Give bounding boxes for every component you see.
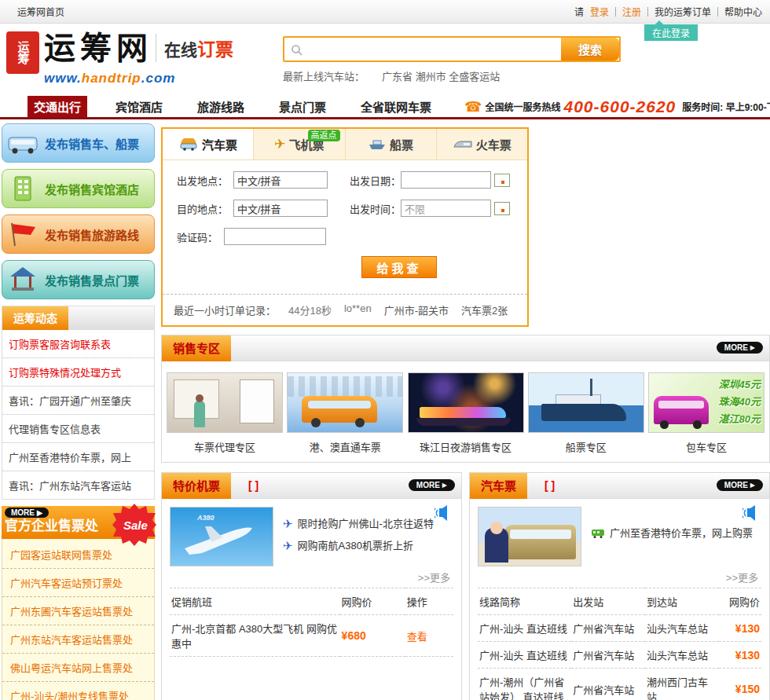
sales-card-hk-macau-bus[interactable]: 港、澳直通车票 [287, 372, 403, 454]
destination-input[interactable] [233, 200, 328, 217]
speaker-icon [434, 505, 453, 521]
more-button[interactable]: MORE ▶ [717, 479, 763, 491]
bus-tab-icon [178, 138, 199, 151]
publish-attraction-tickets-button[interactable]: 发布销售景点门票 [2, 260, 155, 299]
my-orders-link[interactable]: 我的运筹订单 [654, 5, 711, 18]
hotline-label: 全国统一服务热线 [486, 100, 561, 113]
calendar-icon[interactable] [494, 202, 510, 215]
search-button[interactable]: 搜索 [561, 38, 619, 60]
route-price: ¥130 [719, 615, 761, 642]
divider [647, 7, 648, 16]
office-item[interactable]: 广州东站汽车客运站售票处 [2, 625, 154, 654]
publish-tour-route-button[interactable]: 发布销售旅游路线 [2, 214, 155, 254]
flight-price: ¥680 [340, 615, 405, 657]
url-tld: .com [141, 71, 176, 86]
card-caption: 港、澳直通车票 [287, 439, 403, 454]
news-item[interactable]: 代理销售专区信息表 [2, 415, 154, 443]
table-row[interactable]: 广州-汕头 直达班线 广州省汽车站 汕头汽车总站 ¥130 [478, 615, 761, 642]
search-tickets-button[interactable]: 给我查 [361, 256, 437, 278]
hotline: ☎ 全国统一服务热线 400-600-2620 服务时间: 早上9:00-下午6… [464, 97, 770, 116]
date-input[interactable] [401, 171, 491, 189]
more-flights-link[interactable]: >>更多 [170, 570, 453, 588]
route-price: ¥150 [719, 669, 761, 700]
sales-zone-header: 销售专区 MORE ▶ [162, 335, 769, 361]
booking-form: 出发地点： 出发日期： 目的地点： 出发时间： [163, 160, 527, 294]
main-content: 汽车票 ✈ 飞机票 高返点 船票 火车票 [161, 123, 770, 700]
hotel-building-icon [7, 175, 38, 202]
register-link[interactable]: 注册 [622, 5, 641, 18]
news-item[interactable]: 订购票特殊情况处理方式 [2, 358, 154, 387]
col-header: 操作 [405, 588, 453, 615]
table-row[interactable]: 广州-北京首都 A380大型飞机 网购优惠中 ¥680 查看 [170, 615, 453, 657]
price-zhuhai: 珠海40元 [719, 394, 761, 411]
news-item[interactable]: 喜讯：广园开通广州至肇庆 [2, 387, 154, 415]
captcha-input[interactable] [224, 228, 326, 245]
more-button[interactable]: MORE ▶ [5, 508, 49, 518]
ship-image [528, 372, 644, 433]
bus-title: 汽车票 [470, 473, 527, 499]
publish-hotel-button[interactable]: 发布销售宾馆酒店 [2, 169, 155, 208]
divider [615, 7, 616, 16]
rebate-badge: 高返点 [308, 130, 340, 141]
login-link[interactable]: 登录 [590, 5, 609, 18]
table-row[interactable]: 广州-汕头 直达班线 广州省汽车站 汕头汽车总站 ¥130 [478, 642, 761, 669]
price-shenzhen: 深圳45元 [719, 376, 761, 394]
flight-promo-item[interactable]: ✈ 限时抢购广州佛山-北京往返特 [283, 513, 453, 535]
sales-card-charter-bus[interactable]: 深圳45元 珠海40元 湛江80元 包车专区 [648, 372, 764, 454]
news-title: 运筹动态 [2, 306, 68, 330]
news-item[interactable]: 订购票客服咨询联系表 [2, 330, 154, 358]
divider [717, 7, 718, 16]
news-item[interactable]: 广州至香港特价车票，网上 [2, 443, 154, 471]
home-link[interactable]: 运筹网首页 [17, 5, 64, 18]
news-item[interactable]: 喜讯：广州东站汽车客运站 [2, 471, 154, 499]
tab-flight-ticket[interactable]: ✈ 飞机票 高返点 [254, 129, 345, 159]
logo[interactable]: 运筹 运筹网 在线订票 www.handtrip.com [6, 30, 233, 96]
promo-label: 发布销售宾馆酒店 [45, 181, 139, 197]
promo-label: 发布销售旅游路线 [45, 226, 139, 243]
date-label: 出发日期： [350, 173, 401, 188]
search-icon [291, 44, 303, 57]
sales-card-ship-tickets[interactable]: 船票专区 [528, 372, 644, 454]
more-button[interactable]: MORE ▶ [409, 479, 455, 491]
bus-attendant-image[interactable] [478, 507, 581, 566]
time-input[interactable] [401, 200, 491, 217]
svg-text:Sale: Sale [123, 519, 148, 532]
office-item[interactable]: 广州-汕头/潮州专线售票处 [2, 682, 154, 700]
nav-item-attractions[interactable]: 景点门票 [273, 96, 332, 117]
flights-title: 特价机票 [162, 473, 231, 499]
promo-label: 发布销售车、船票 [45, 135, 139, 152]
flights-table: 促销航班 网购价 操作 广州-北京首都 A380大型飞机 网购优惠中 ¥680 … [170, 588, 453, 657]
more-bus-link[interactable]: >>更多 [478, 570, 761, 588]
tab-bus-ticket[interactable]: 汽车票 [163, 129, 254, 159]
card-caption: 包车专区 [648, 439, 764, 454]
bus-promo-item[interactable]: 广州至香港特价车票，网上购票 [591, 522, 761, 544]
train-tab-icon [453, 139, 473, 150]
sales-card-pearl-river-cruise[interactable]: 珠江日夜游销售专区 [408, 372, 524, 454]
news-box: 运筹动态 订购票客服咨询联系表 订购票特殊情况处理方式 喜讯：广园开通广州至肇庆… [2, 306, 155, 500]
from-station: 广州省汽车站 [571, 669, 645, 700]
departure-input[interactable] [233, 171, 328, 189]
more-button[interactable]: MORE ▶ [717, 342, 763, 354]
nav-item-tours[interactable]: 旅游线路 [191, 96, 251, 117]
search-input[interactable] [284, 38, 561, 60]
more-arrow-icon: ▶ [750, 344, 755, 351]
sales-card-ticket-agency[interactable]: 车票代理专区 [167, 372, 283, 454]
booking-tabs: 汽车票 ✈ 飞机票 高返点 船票 火车票 [163, 129, 527, 160]
plane-label: A380 [197, 514, 214, 522]
a380-plane-image[interactable]: A380 [170, 507, 273, 566]
tab-ship-ticket[interactable]: 船票 [346, 129, 437, 159]
view-link[interactable]: 查看 [407, 631, 427, 643]
nav-item-transport[interactable]: 交通出行 [28, 96, 87, 117]
office-item[interactable]: 佛山粤运汽车站网上售票处 [2, 654, 154, 682]
help-center-link[interactable]: 帮助中心 [724, 5, 762, 18]
calendar-icon[interactable] [494, 174, 510, 187]
tab-train-ticket[interactable]: 火车票 [437, 129, 527, 159]
flight-promo-item[interactable]: ✈ 网购南航A380机票折上折 [283, 535, 453, 557]
publish-bus-ship-tickets-button[interactable]: 发布销售车、船票 [2, 123, 155, 163]
latest-station-value[interactable]: 广东省 潮州市 全盛客运站 [382, 68, 500, 83]
office-item[interactable]: 广州东圃汽车客运站售票处 [2, 597, 154, 625]
table-row[interactable]: 广州-潮州（广州省站始发） 直达班线 广州省汽车站 潮州西门古车站 ¥150 [478, 669, 761, 700]
nav-item-province-tickets[interactable]: 全省联网车票 [354, 96, 438, 117]
office-item[interactable]: 广州汽车客运站预订票处 [2, 569, 154, 597]
nav-item-hotels[interactable]: 宾馆酒店 [109, 96, 169, 117]
